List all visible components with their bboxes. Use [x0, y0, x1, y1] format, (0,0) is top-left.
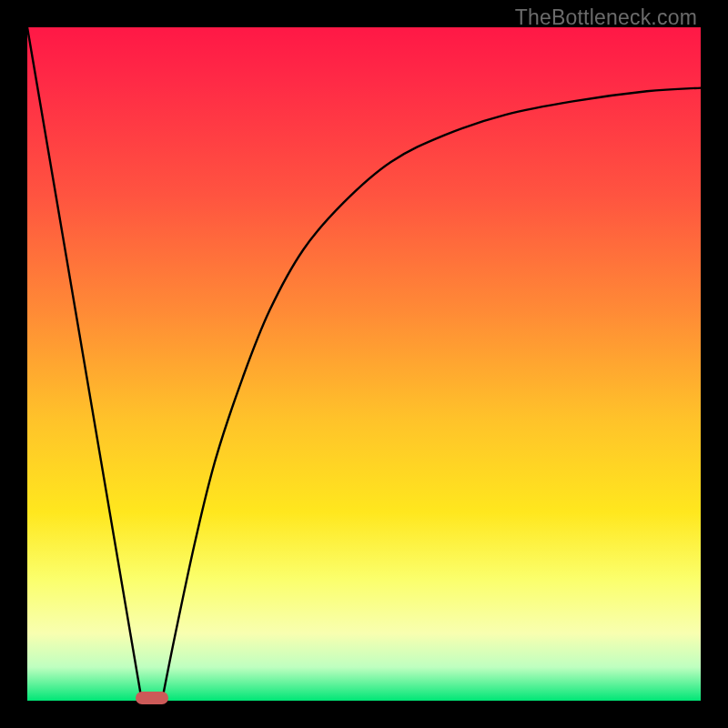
curve-layer: [27, 27, 701, 701]
left-line-path: [27, 27, 142, 701]
minimum-marker: [136, 692, 168, 704]
chart-frame: TheBottleneck.com: [0, 0, 728, 728]
plot-area: [27, 27, 701, 701]
watermark-text: TheBottleneck.com: [515, 5, 697, 30]
right-curve-path: [162, 88, 701, 701]
